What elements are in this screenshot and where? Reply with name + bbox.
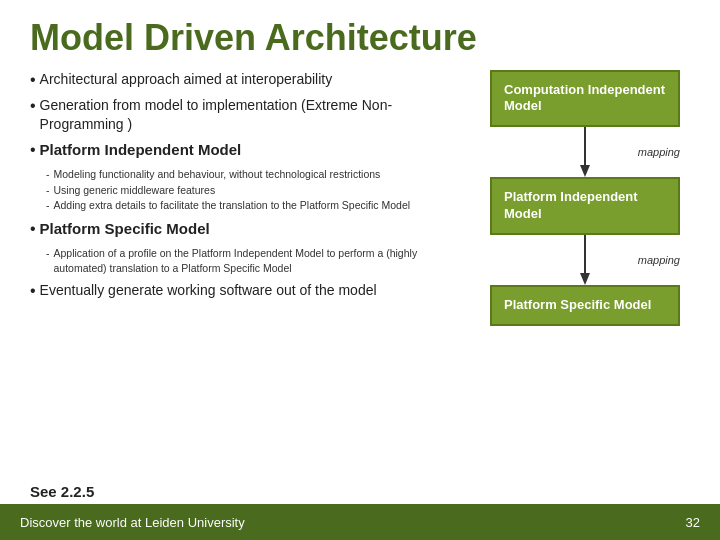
bullet-2: • Generation from model to implementatio… [30, 96, 450, 134]
dash: - [46, 198, 50, 213]
dash: - [46, 246, 50, 261]
arrow-cim-pim: mapping [490, 127, 680, 177]
arrow-svg-2 [575, 235, 595, 285]
svg-marker-3 [580, 273, 590, 285]
see-section: See 2.2.5 [0, 475, 720, 504]
page-number: 32 [686, 515, 700, 530]
bullet-4-text: Platform Specific Model [40, 219, 210, 239]
bullet-1: • Architectural approach aimed at intero… [30, 70, 450, 91]
bullet-dot: • [30, 96, 36, 117]
left-column: • Architectural approach aimed at intero… [30, 70, 460, 475]
bullet-4: • Platform Specific Model [30, 219, 450, 240]
arrow-pim-psm: mapping [490, 235, 680, 285]
psm-box: Platform Specific Model [490, 285, 680, 326]
slide-title: Model Driven Architecture [30, 18, 690, 58]
right-column: Computation Independent Model mapping Pl… [480, 70, 690, 475]
bullet-dot: • [30, 281, 36, 302]
bullet-3-subs: - Modeling functionality and behaviour, … [46, 167, 450, 213]
slide: Model Driven Architecture • Architectura… [0, 0, 720, 540]
bullet-3-text: Platform Independent Model [40, 140, 242, 160]
footer-text: Discover the world at Leiden University [20, 515, 245, 530]
footer-bar: Discover the world at Leiden University … [0, 504, 720, 540]
bullet-3: • Platform Independent Model [30, 140, 450, 161]
sub-bullet-4-1-text: Application of a profile on the Platform… [54, 246, 451, 275]
bullet-dot: • [30, 70, 36, 91]
sub-bullet-3-2: - Using generic middleware features [46, 183, 450, 198]
sub-bullet-3-3-text: Adding extra details to facilitate the t… [54, 198, 411, 213]
bullet-5: • Eventually generate working software o… [30, 281, 450, 302]
sub-bullet-4-1: - Application of a profile on the Platfo… [46, 246, 450, 275]
sub-bullet-3-1-text: Modeling functionality and behaviour, wi… [54, 167, 381, 182]
arrow-svg-1 [575, 127, 595, 177]
sub-bullet-3-3: - Adding extra details to facilitate the… [46, 198, 450, 213]
title-area: Model Driven Architecture [0, 0, 720, 66]
bullet-2-text: Generation from model to implementation … [40, 96, 450, 134]
sub-bullet-3-1: - Modeling functionality and behaviour, … [46, 167, 450, 182]
dash: - [46, 167, 50, 182]
pim-box: Platform Independent Model [490, 177, 680, 235]
bullet-5-text: Eventually generate working software out… [40, 281, 377, 300]
bullet-dot: • [30, 219, 36, 240]
svg-marker-1 [580, 165, 590, 177]
mapping-label-1: mapping [638, 146, 680, 158]
cim-box: Computation Independent Model [490, 70, 680, 128]
mapping-label-2: mapping [638, 254, 680, 266]
bullet-4-subs: - Application of a profile on the Platfo… [46, 246, 450, 275]
content-area: • Architectural approach aimed at intero… [0, 66, 720, 475]
sub-bullet-3-2-text: Using generic middleware features [54, 183, 216, 198]
bullet-dot: • [30, 140, 36, 161]
bullet-1-text: Architectural approach aimed at interope… [40, 70, 333, 89]
dash: - [46, 183, 50, 198]
